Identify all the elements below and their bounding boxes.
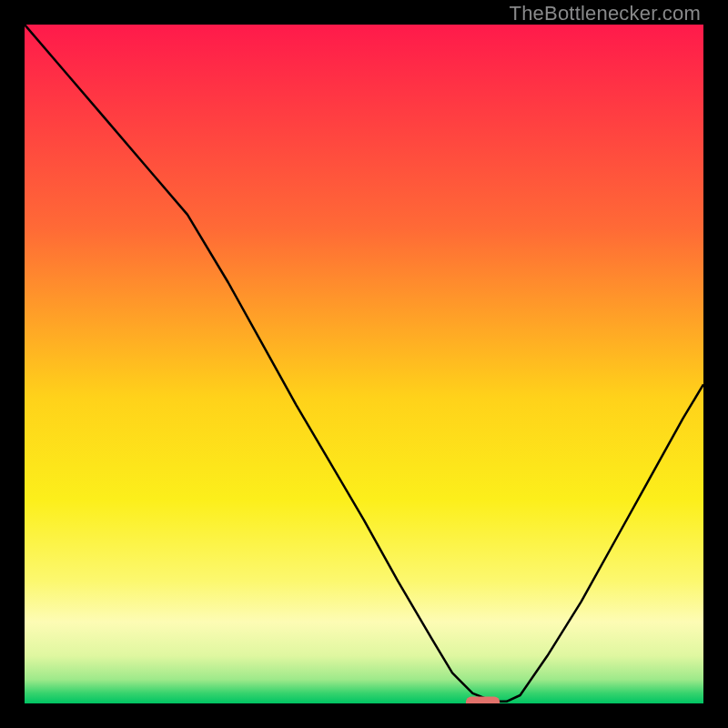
watermark-text: TheBottlenecker.com <box>510 2 701 25</box>
optimal-marker <box>466 697 500 704</box>
bottleneck-chart <box>25 25 703 703</box>
gradient-background <box>25 25 703 703</box>
chart-frame <box>25 25 703 703</box>
